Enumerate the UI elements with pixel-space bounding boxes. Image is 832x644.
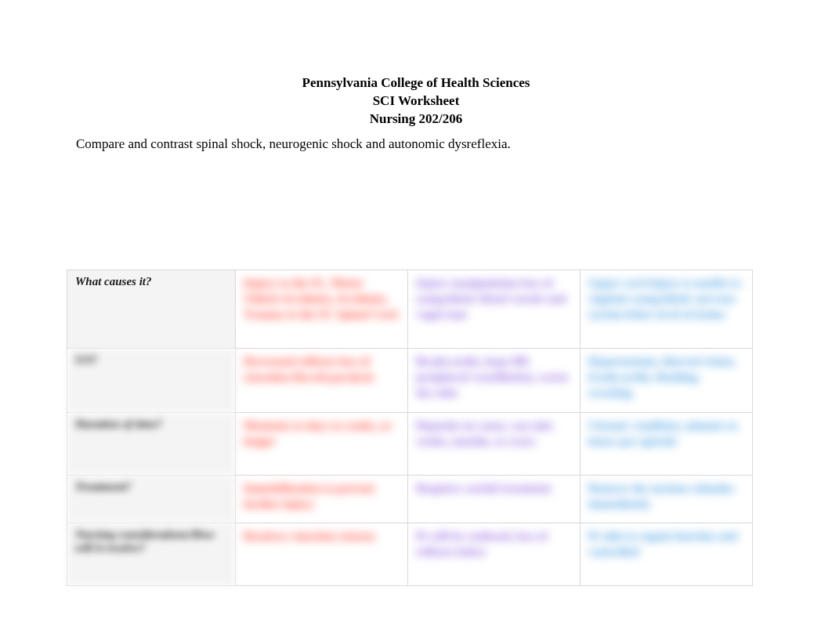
cell-neuro-duration: Depends on cause, can take weeks, months… bbox=[408, 412, 581, 475]
comparison-table-wrap: What causes it? Injury to the SC, Motor … bbox=[67, 270, 765, 586]
instruction-text: Compare and contrast spinal shock, neuro… bbox=[76, 136, 765, 152]
cell-auto-treatment: Remove the noxious stimulus immediately bbox=[581, 475, 753, 523]
cell-auto-nursing: Pt able to regain function and controlle… bbox=[581, 523, 753, 586]
cell-neuro-nursing: Pt will be confused, loss of reflexes be… bbox=[408, 523, 581, 586]
row-label-duration: Duration of time? bbox=[67, 412, 236, 475]
comparison-table: What causes it? Injury to the SC, Motor … bbox=[67, 270, 753, 586]
cell-auto-duration: Chronic condition, minutes to hours per … bbox=[581, 412, 753, 475]
cell-auto-ss: Hypertension, blurred vision, bradycardi… bbox=[581, 348, 753, 412]
cell-spinal-causes: Injury to the SC, Motor Vehicle Accident… bbox=[236, 270, 408, 348]
document-header: Pennsylvania College of Health Sciences … bbox=[67, 74, 765, 128]
cell-neuro-treatment: Requires careful treatment bbox=[408, 475, 581, 523]
cell-spinal-treatment: Immobilization to prevent further injury bbox=[236, 475, 408, 523]
row-label-causes: What causes it? bbox=[67, 270, 236, 348]
table-row: Nursing considerations/How will it resol… bbox=[67, 523, 753, 586]
cell-neuro-causes: Injury manipulation loss of sympathetic … bbox=[408, 270, 581, 348]
header-institution: Pennsylvania College of Health Sciences bbox=[67, 74, 765, 92]
cell-auto-causes: Upper cord injury is unable to regulate … bbox=[581, 270, 753, 348]
row-label-ss: S/S? bbox=[67, 348, 236, 412]
header-course: Nursing 202/206 bbox=[67, 110, 765, 128]
header-title: SCI Worksheet bbox=[67, 92, 765, 110]
row-label-nursing: Nursing considerations/How will it resol… bbox=[67, 523, 236, 586]
table-row: Treatment? Immobilization to prevent fur… bbox=[67, 475, 753, 523]
cell-spinal-nursing: Resolves: function returns bbox=[236, 523, 408, 586]
table-row: What causes it? Injury to the SC, Motor … bbox=[67, 270, 753, 348]
row-label-treatment: Treatment? bbox=[67, 475, 236, 523]
cell-neuro-ss: Bradycardia, hypo BP, peripheral vasodil… bbox=[408, 348, 581, 412]
cell-spinal-ss: Decreased reflexes loss of sensation fla… bbox=[236, 348, 408, 412]
cell-spinal-duration: Moments to days to weeks, or longer bbox=[236, 412, 408, 475]
table-row: S/S? Decreased reflexes loss of sensatio… bbox=[67, 348, 753, 412]
table-row: Duration of time? Moments to days to wee… bbox=[67, 412, 753, 475]
document-page: Pennsylvania College of Health Sciences … bbox=[0, 0, 832, 586]
